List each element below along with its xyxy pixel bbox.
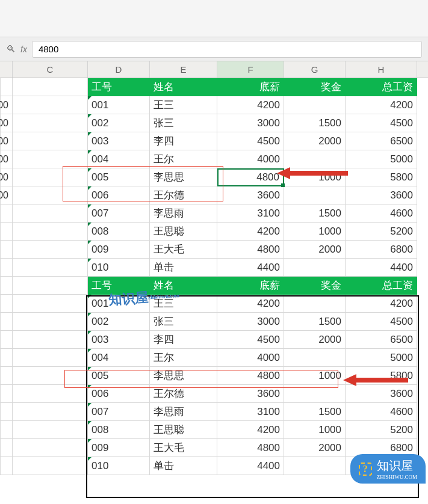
cell[interactable]: 王思聪 — [150, 421, 217, 439]
cell[interactable]: 王尔 — [150, 349, 217, 367]
cell[interactable]: 4400 — [217, 259, 284, 277]
cell[interactable]: 4600 — [346, 204, 417, 223]
partial-cell[interactable] — [0, 439, 13, 457]
col-stub[interactable] — [0, 61, 13, 78]
cell[interactable]: 2000 — [284, 241, 346, 259]
cell[interactable] — [13, 241, 88, 259]
col-header-G[interactable]: G — [284, 61, 346, 78]
cell[interactable]: 1000 — [284, 421, 346, 439]
cell[interactable] — [13, 132, 88, 150]
cell[interactable]: 4800 — [217, 241, 284, 259]
cell[interactable] — [13, 313, 88, 331]
cell[interactable]: 4800 — [217, 168, 284, 186]
cell[interactable]: 李四 — [150, 331, 217, 349]
spreadsheet-grid[interactable]: 工号姓名底薪奖金总工资500001王三42004200000002张三30001… — [0, 78, 428, 475]
cell[interactable]: 010 — [88, 457, 150, 475]
partial-cell[interactable] — [0, 241, 13, 259]
partial-cell[interactable] — [0, 349, 13, 367]
cell[interactable]: 1000 — [284, 223, 346, 241]
cell[interactable]: 002 — [88, 114, 150, 132]
header-cell[interactable]: 奖金 — [284, 277, 346, 295]
cell[interactable]: 李思思 — [150, 168, 217, 186]
cell[interactable] — [13, 403, 88, 421]
cell[interactable]: 4800 — [217, 367, 284, 385]
cell[interactable] — [13, 259, 88, 277]
cell[interactable]: 王大毛 — [150, 241, 217, 259]
partial-cell[interactable] — [0, 403, 13, 421]
cell[interactable]: 008 — [88, 223, 150, 241]
header-cell[interactable]: 奖金 — [284, 78, 346, 96]
cell[interactable]: 4500 — [217, 132, 284, 150]
partial-cell[interactable] — [0, 78, 13, 96]
header-cell[interactable]: 底薪 — [217, 277, 284, 295]
partial-cell[interactable]: 500 — [0, 96, 13, 114]
cell[interactable]: 6500 — [346, 331, 417, 349]
cell[interactable] — [13, 223, 88, 241]
cell[interactable] — [13, 96, 88, 114]
header-cell[interactable]: 工号 — [88, 78, 150, 96]
col-header-D[interactable]: D — [88, 61, 150, 78]
cell[interactable]: 1500 — [284, 114, 346, 132]
cell[interactable]: 4500 — [346, 313, 417, 331]
cell[interactable]: 010 — [88, 259, 150, 277]
cell[interactable] — [13, 331, 88, 349]
cell[interactable]: 4400 — [346, 259, 417, 277]
header-cell[interactable]: 姓名 — [150, 78, 217, 96]
col-header-H[interactable]: H — [346, 61, 417, 78]
cell[interactable]: 李思雨 — [150, 403, 217, 421]
cell[interactable] — [13, 186, 88, 204]
cell[interactable]: 王尔德 — [150, 186, 217, 204]
cell[interactable]: 4200 — [346, 295, 417, 313]
cell[interactable]: 王大毛 — [150, 439, 217, 457]
header-cell[interactable]: 总工资 — [346, 277, 417, 295]
cell[interactable]: 003 — [88, 331, 150, 349]
cell[interactable] — [13, 367, 88, 385]
cell[interactable]: 4800 — [217, 439, 284, 457]
cell[interactable]: 004 — [88, 150, 150, 168]
cell[interactable] — [284, 96, 346, 114]
partial-cell[interactable]: 000 — [0, 186, 13, 204]
cell[interactable]: 3600 — [346, 385, 417, 403]
cell[interactable]: 4200 — [346, 96, 417, 114]
partial-cell[interactable] — [0, 367, 13, 385]
cell[interactable]: 3600 — [217, 385, 284, 403]
partial-cell[interactable] — [0, 277, 13, 295]
cell[interactable]: 002 — [88, 313, 150, 331]
cell[interactable] — [284, 457, 346, 475]
cell[interactable]: 4200 — [217, 421, 284, 439]
cell[interactable]: 4200 — [217, 295, 284, 313]
cell[interactable]: 006 — [88, 385, 150, 403]
cell[interactable]: 3600 — [346, 186, 417, 204]
cell[interactable]: 004 — [88, 349, 150, 367]
cell[interactable]: 4200 — [217, 96, 284, 114]
cell[interactable]: 006 — [88, 186, 150, 204]
cell[interactable] — [13, 439, 88, 457]
cell[interactable]: 3000 — [217, 114, 284, 132]
cell[interactable]: 张三 — [150, 313, 217, 331]
formula-input[interactable] — [32, 41, 422, 58]
cell[interactable] — [284, 186, 346, 204]
cell[interactable]: 5200 — [346, 223, 417, 241]
cell[interactable]: 4000 — [217, 349, 284, 367]
partial-cell[interactable] — [0, 223, 13, 241]
cell[interactable]: 王尔德 — [150, 385, 217, 403]
cell[interactable]: 李思雨 — [150, 204, 217, 223]
cell[interactable]: 李四 — [150, 132, 217, 150]
cell[interactable] — [13, 295, 88, 313]
partial-cell[interactable] — [0, 313, 13, 331]
cell[interactable]: 5800 — [346, 168, 417, 186]
cell[interactable]: 5200 — [346, 421, 417, 439]
cell[interactable]: 1500 — [284, 403, 346, 421]
cell[interactable]: 3000 — [217, 313, 284, 331]
cell[interactable] — [13, 457, 88, 475]
cell[interactable]: 3100 — [217, 204, 284, 223]
cell[interactable] — [13, 114, 88, 132]
cell[interactable]: 6800 — [346, 241, 417, 259]
cell[interactable]: 4500 — [346, 114, 417, 132]
cell[interactable]: 4400 — [217, 457, 284, 475]
cell[interactable] — [13, 385, 88, 403]
search-icon[interactable]: 🔍︎ — [6, 44, 16, 55]
cell[interactable]: 1500 — [284, 204, 346, 223]
cell[interactable]: 1000 — [284, 367, 346, 385]
cell[interactable] — [13, 78, 88, 96]
